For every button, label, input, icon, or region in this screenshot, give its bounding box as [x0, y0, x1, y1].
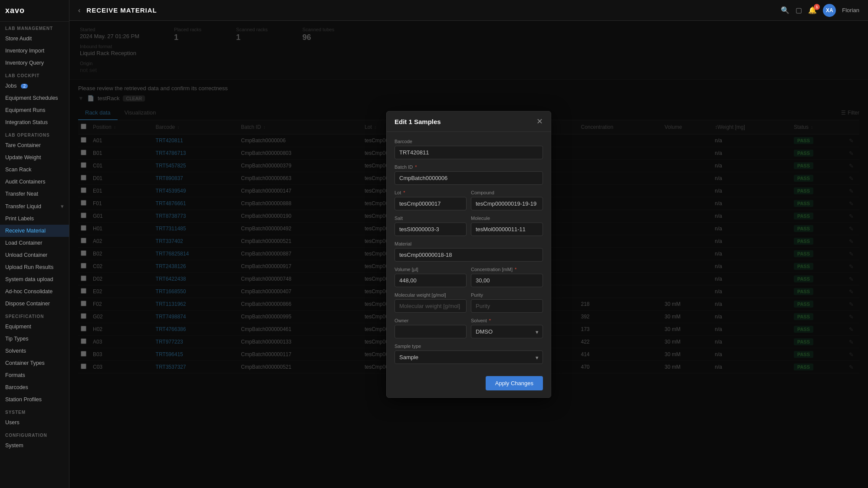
sidebar-item-adhoc-consolidate[interactable]: Ad-hoc Consolidate [0, 285, 69, 298]
sidebar-item-upload-run-results[interactable]: Upload Run Results [0, 261, 69, 273]
lot-label: Lot * [395, 190, 467, 195]
sidebar-item-tare-container[interactable]: Tare Container [0, 139, 69, 151]
sidebar-item-receive-material[interactable]: Receive Material [0, 225, 69, 237]
sidebar-item-store-audit[interactable]: Store Audit [0, 33, 69, 45]
salt-input[interactable] [395, 223, 467, 236]
sidebar-item-solvents[interactable]: Solvents [0, 345, 69, 357]
sidebar-item-tip-types[interactable]: Tip Types [0, 333, 69, 345]
sidebar-item-system-data-upload[interactable]: System data upload [0, 273, 69, 285]
sidebar-item-scan-rack[interactable]: Scan Rack [0, 164, 69, 176]
monitor-icon[interactable]: ▢ [796, 6, 802, 14]
section-specification: SPECIFICATION [0, 310, 69, 321]
sidebar-item-load-container[interactable]: Load Container [0, 237, 69, 249]
sidebar-item-formats[interactable]: Formats [0, 369, 69, 381]
volume-group: Volume [µl] [395, 267, 467, 287]
purity-group: Purity [471, 292, 543, 313]
salt-label: Salt [395, 216, 467, 221]
concentration-group: Concentration [mM] * [471, 267, 543, 287]
modal-title: Edit 1 Samples [395, 118, 441, 125]
molecule-label: Molecule [471, 216, 543, 221]
salt-group: Salt [395, 216, 467, 236]
sidebar-item-equipment-runs[interactable]: Equipment Runs [0, 104, 69, 116]
sidebar-item-update-weight[interactable]: Update Weight [0, 151, 69, 164]
sidebar-item-inventory-import[interactable]: Inventory Import [0, 45, 69, 57]
sidebar-item-station-profiles[interactable]: Station Profiles [0, 393, 69, 406]
compound-group: Compound [471, 190, 543, 210]
sidebar-item-equipment[interactable]: Equipment [0, 321, 69, 333]
back-button[interactable]: ‹ [78, 7, 80, 14]
sidebar-item-equipment-schedules[interactable]: Equipment Schedules [0, 92, 69, 104]
owner-group: Owner [395, 318, 467, 338]
concentration-label: Concentration [mM] * [471, 267, 543, 272]
compound-label: Compound [471, 190, 543, 195]
modal-footer: Apply Changes [387, 371, 551, 397]
logo-area: xavo [0, 0, 69, 22]
content-area: Started 2024 May. 27 01:26 PM Inbound fo… [69, 21, 868, 488]
sidebar-item-inventory-query[interactable]: Inventory Query [0, 57, 69, 69]
section-configuration: CONFIGURATION [0, 429, 69, 439]
volume-input[interactable] [395, 274, 467, 287]
section-lab-management: LAB MANAGEMENT [0, 22, 69, 33]
sidebar-item-print-labels[interactable]: Print Labels [0, 213, 69, 225]
sidebar-item-users[interactable]: Users [0, 416, 69, 429]
notification-icon[interactable]: 🔔 [808, 6, 817, 14]
sidebar-item-system-config[interactable]: System [0, 439, 69, 452]
apply-changes-button[interactable]: Apply Changes [486, 376, 543, 390]
sidebar-item-dispose-container[interactable]: Dispose Container [0, 298, 69, 310]
sample-type-select[interactable]: Sample [395, 350, 543, 364]
molweight-purity-row: Molecular weight [g/mol] Purity [395, 292, 543, 313]
volume-concentration-row: Volume [µl] Concentration [mM] * [395, 267, 543, 287]
modal-header: Edit 1 Samples ✕ [387, 111, 551, 132]
owner-input[interactable] [395, 325, 467, 338]
volume-label: Volume [µl] [395, 267, 467, 272]
lot-input[interactable] [395, 197, 467, 210]
modal-close-button[interactable]: ✕ [536, 118, 543, 125]
sample-type-group: Sample type Sample [395, 344, 543, 364]
salt-molecule-row: Salt Molecule [395, 216, 543, 236]
sidebar-item-jobs[interactable]: Jobs 2 [0, 80, 69, 92]
topbar-actions: 🔍 ▢ 🔔 XA Florian [781, 4, 859, 17]
solvent-label: Solvent * [471, 318, 543, 323]
modal-overlay[interactable]: Edit 1 Samples ✕ Barcode Batch ID * [69, 21, 868, 488]
solvent-select[interactable]: DMSO [471, 325, 543, 338]
edit-samples-modal: Edit 1 Samples ✕ Barcode Batch ID * [386, 111, 551, 398]
owner-solvent-row: Owner Solvent * DMSO [395, 318, 543, 338]
solvent-group: Solvent * DMSO [471, 318, 543, 338]
batch-id-label: Batch ID * [395, 164, 543, 170]
batch-id-input[interactable] [395, 171, 543, 185]
barcode-input[interactable] [395, 146, 543, 159]
batch-required-star: * [415, 164, 417, 170]
owner-label: Owner [395, 318, 467, 323]
sidebar: xavo LAB MANAGEMENT Store Audit Inventor… [0, 0, 69, 488]
sidebar-item-transfer-neat[interactable]: Transfer Neat [0, 188, 69, 200]
sample-type-label: Sample type [395, 344, 543, 349]
sidebar-item-barcodes[interactable]: Barcodes [0, 381, 69, 393]
batch-id-group: Batch ID * [395, 164, 543, 185]
topbar: ‹ RECEIVE MATERIAL 🔍 ▢ 🔔 XA Florian [69, 0, 868, 21]
material-input[interactable] [395, 248, 543, 262]
purity-input[interactable] [471, 299, 543, 313]
search-icon[interactable]: 🔍 [781, 6, 789, 14]
compound-input[interactable] [471, 197, 543, 210]
sidebar-item-transfer-liquid[interactable]: Transfer Liquid ▾ [0, 200, 69, 213]
section-system: SYSTEM [0, 406, 69, 416]
barcode-group: Barcode [395, 139, 543, 159]
purity-label: Purity [471, 292, 543, 298]
main-area: ‹ RECEIVE MATERIAL 🔍 ▢ 🔔 XA Florian Star… [69, 0, 868, 488]
avatar[interactable]: XA [823, 4, 836, 17]
sidebar-item-unload-container[interactable]: Unload Container [0, 249, 69, 261]
concentration-input[interactable] [471, 274, 543, 287]
mol-weight-input[interactable] [395, 299, 467, 313]
sample-type-select-wrapper: Sample [395, 350, 543, 364]
material-group: Material [395, 241, 543, 262]
solvent-select-wrapper: DMSO [471, 325, 543, 338]
sidebar-item-integration-status[interactable]: Integration Status [0, 116, 69, 128]
mol-weight-group: Molecular weight [g/mol] [395, 292, 467, 313]
mol-weight-label: Molecular weight [g/mol] [395, 292, 467, 298]
molecule-input[interactable] [471, 223, 543, 236]
sidebar-item-audit-containers[interactable]: Audit Containers [0, 176, 69, 188]
logo-text: xavo [5, 6, 25, 15]
section-lab-operations: LAB OPERATIONS [0, 128, 69, 139]
page-title: RECEIVE MATERIAL [86, 7, 776, 14]
sidebar-item-container-types[interactable]: Container Types [0, 357, 69, 369]
